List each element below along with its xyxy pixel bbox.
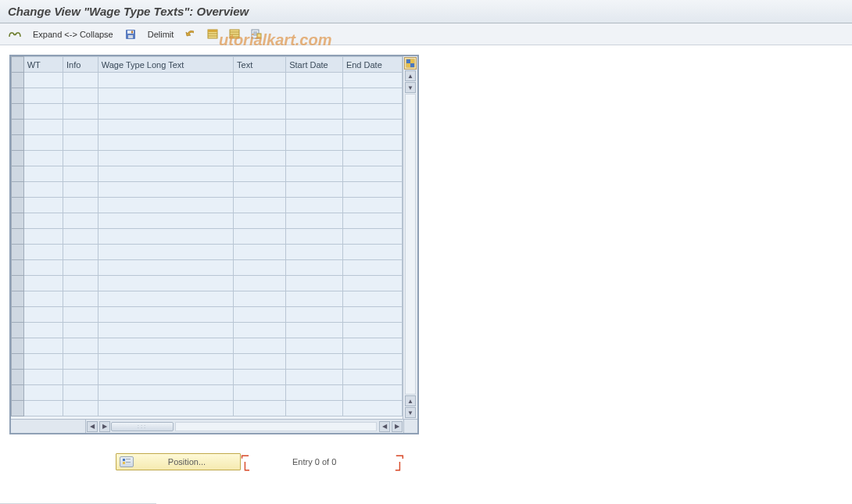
table-cell[interactable] [286, 135, 343, 151]
table-cell[interactable] [63, 73, 98, 88]
row-selector[interactable] [12, 229, 24, 245]
table-cell[interactable] [342, 151, 402, 166]
row-selector[interactable] [12, 120, 24, 135]
table-cell[interactable] [98, 182, 233, 198]
table-cell[interactable] [342, 198, 402, 213]
scroll-left-step-button[interactable]: ▶ [99, 421, 110, 432]
row-selector[interactable] [12, 182, 24, 198]
table-cell[interactable] [63, 182, 98, 198]
row-selector[interactable] [12, 135, 24, 151]
table-cell[interactable] [286, 104, 343, 120]
save-button[interactable] [121, 27, 140, 42]
corner-cell[interactable] [12, 57, 24, 73]
table-cell[interactable] [98, 401, 233, 416]
table-cell[interactable] [63, 198, 98, 213]
table-cell[interactable] [98, 370, 233, 385]
table-cell[interactable] [63, 104, 98, 120]
table-cell[interactable] [63, 245, 98, 260]
scroll-down-step-button[interactable]: ▲ [405, 395, 416, 406]
table-cell[interactable] [234, 338, 286, 354]
table-cell[interactable] [23, 198, 63, 213]
table-cell[interactable] [286, 182, 343, 198]
row-selector[interactable] [12, 151, 24, 166]
table-cell[interactable] [286, 276, 343, 291]
table-cell[interactable] [63, 354, 98, 370]
table-cell[interactable] [286, 338, 343, 354]
row-selector[interactable] [12, 307, 24, 323]
table-cell[interactable] [23, 73, 63, 88]
table-cell[interactable] [23, 182, 63, 198]
table-cell[interactable] [234, 120, 286, 135]
table-cell[interactable] [342, 166, 402, 182]
expand-collapse-button[interactable]: Expand <-> Collapse [28, 30, 118, 39]
table-cell[interactable] [342, 245, 402, 260]
row-selector[interactable] [12, 260, 24, 276]
table-cell[interactable] [342, 120, 402, 135]
table-cell[interactable] [98, 151, 233, 166]
table-cell[interactable] [234, 323, 286, 338]
table-cell[interactable] [23, 323, 63, 338]
table-cell[interactable] [286, 88, 343, 104]
table-cell[interactable] [23, 291, 63, 307]
table-cell[interactable] [63, 151, 98, 166]
table-cell[interactable] [342, 385, 402, 401]
table-cell[interactable] [286, 260, 343, 276]
table-cell[interactable] [98, 354, 233, 370]
table-cell[interactable] [234, 260, 286, 276]
configure-button[interactable] [247, 27, 266, 42]
table-cell[interactable] [234, 354, 286, 370]
table-cell[interactable] [98, 260, 233, 276]
table-cell[interactable] [63, 370, 98, 385]
row-selector[interactable] [12, 88, 24, 104]
table-cell[interactable] [23, 151, 63, 166]
table-cell[interactable] [98, 88, 233, 104]
table-cell[interactable] [286, 291, 343, 307]
table-cell[interactable] [98, 323, 233, 338]
table-cell[interactable] [23, 88, 63, 104]
table-cell[interactable] [342, 135, 402, 151]
table-cell[interactable] [98, 104, 233, 120]
table-cell[interactable] [234, 182, 286, 198]
row-selector[interactable] [12, 276, 24, 291]
table-cell[interactable] [234, 245, 286, 260]
table-cell[interactable] [234, 385, 286, 401]
table-cell[interactable] [63, 385, 98, 401]
table-cell[interactable] [234, 276, 286, 291]
table-cell[interactable] [98, 198, 233, 213]
table-cell[interactable] [234, 401, 286, 416]
table-cell[interactable] [234, 229, 286, 245]
table-cell[interactable] [63, 291, 98, 307]
table-cell[interactable] [63, 213, 98, 229]
table-cell[interactable] [23, 104, 63, 120]
table-cell[interactable] [63, 307, 98, 323]
row-selector[interactable] [12, 73, 24, 88]
table-cell[interactable] [23, 307, 63, 323]
table-cell[interactable] [342, 276, 402, 291]
table-cell[interactable] [98, 276, 233, 291]
table-cell[interactable] [23, 276, 63, 291]
table-cell[interactable] [342, 291, 402, 307]
table-cell[interactable] [234, 370, 286, 385]
table-cell[interactable] [63, 401, 98, 416]
vertical-scroll-track[interactable] [405, 94, 416, 395]
table-cell[interactable] [234, 151, 286, 166]
table-cell[interactable] [234, 198, 286, 213]
table-cell[interactable] [342, 323, 402, 338]
table-cell[interactable] [23, 120, 63, 135]
table-cell[interactable] [286, 323, 343, 338]
deselect-all-button[interactable] [225, 27, 244, 42]
table-cell[interactable] [234, 213, 286, 229]
row-selector[interactable] [12, 213, 24, 229]
table-cell[interactable] [342, 307, 402, 323]
row-selector[interactable] [12, 370, 24, 385]
col-header-long[interactable]: Wage Type Long Text [98, 57, 233, 73]
table-cell[interactable] [234, 291, 286, 307]
table-settings-button[interactable] [404, 57, 417, 70]
table-cell[interactable] [23, 229, 63, 245]
table-cell[interactable] [286, 354, 343, 370]
table-cell[interactable] [23, 385, 63, 401]
table-cell[interactable] [63, 338, 98, 354]
table-cell[interactable] [98, 135, 233, 151]
table-cell[interactable] [98, 229, 233, 245]
delimit-button[interactable]: Delimit [143, 30, 179, 39]
